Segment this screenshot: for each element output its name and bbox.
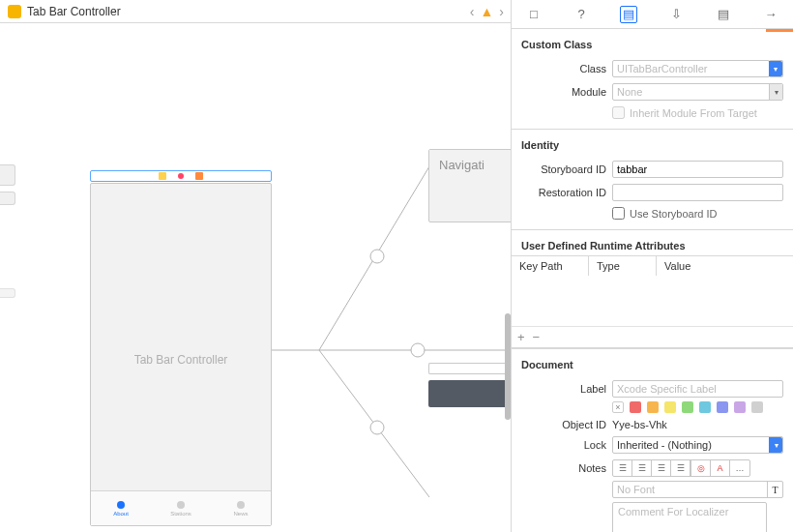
col-type[interactable]: Type bbox=[589, 256, 657, 276]
localizer-comment[interactable]: Comment For Localizer bbox=[612, 502, 767, 532]
tabbar-controller-scene[interactable]: Tab Bar Controller About Stations News bbox=[90, 183, 272, 526]
restoration-id-label: Restoration ID bbox=[521, 187, 606, 198]
underline-icon[interactable]: A bbox=[711, 460, 730, 476]
scene-title: Tab Bar Controller bbox=[91, 353, 271, 367]
tab-icon bbox=[237, 501, 245, 509]
more-icon[interactable]: … bbox=[730, 460, 749, 476]
warning-icon[interactable]: ▲ bbox=[480, 4, 493, 19]
table-body[interactable] bbox=[512, 276, 793, 326]
navigation-controller-peek[interactable]: Navigati bbox=[428, 149, 511, 222]
color-swatch[interactable] bbox=[699, 401, 711, 413]
color-swatch[interactable] bbox=[734, 401, 746, 413]
runtime-attributes-group: User Defined Runtime Attributes Key Path… bbox=[512, 230, 793, 349]
color-swatch[interactable]: × bbox=[612, 401, 624, 413]
svg-point-2 bbox=[370, 421, 384, 434]
scene-peek-bottom[interactable] bbox=[428, 363, 511, 430]
remove-row-button[interactable]: − bbox=[533, 330, 541, 344]
color-swatch[interactable] bbox=[717, 401, 728, 413]
storyboard-canvas[interactable]: Tab Bar Controller About Stations News N… bbox=[0, 23, 511, 532]
nav-title: Navigati bbox=[429, 150, 511, 179]
jump-bar: Tab Bar Controller ‹ ▲ › bbox=[0, 0, 512, 23]
color-swatch[interactable] bbox=[751, 401, 763, 413]
col-keypath[interactable]: Key Path bbox=[512, 256, 589, 276]
inherit-module-checkbox bbox=[612, 106, 625, 119]
label-input[interactable] bbox=[612, 380, 783, 398]
attributes-inspector-icon[interactable]: ⇩ bbox=[667, 6, 685, 23]
file-inspector-icon[interactable]: □ bbox=[525, 6, 543, 23]
tab-bar: About Stations News bbox=[91, 490, 271, 525]
jump-bar-nav: ‹ ▲ › bbox=[470, 4, 504, 19]
align-right-icon[interactable]: ☰ bbox=[652, 460, 671, 476]
document-group: Document Label × Object ID Yye-bs-Vhk Lo… bbox=[512, 349, 793, 532]
storyboard-ref-icon bbox=[195, 172, 203, 180]
scene-header-peek bbox=[428, 363, 511, 374]
restoration-id-input[interactable] bbox=[612, 184, 783, 201]
font-picker-icon[interactable]: T bbox=[767, 482, 782, 497]
module-label: Module bbox=[521, 86, 606, 98]
inspector-tab-bar: □ ? ▤ ⇩ ▤ → bbox=[512, 0, 793, 29]
class-input[interactable] bbox=[612, 60, 770, 77]
tab-label: Stations bbox=[170, 511, 191, 517]
offscreen-scenes bbox=[0, 164, 15, 304]
module-value: None bbox=[617, 86, 642, 98]
strike-icon[interactable]: ◎ bbox=[691, 460, 711, 476]
module-select[interactable]: None▾ bbox=[612, 83, 783, 101]
scene-peek bbox=[0, 288, 15, 298]
help-inspector-icon[interactable]: ? bbox=[573, 6, 590, 23]
scene-body-peek bbox=[428, 380, 511, 407]
identity-inspector-icon[interactable]: ▤ bbox=[620, 6, 637, 23]
jump-bar-title[interactable]: Tab Bar Controller bbox=[27, 5, 470, 18]
nav-back-icon[interactable]: ‹ bbox=[470, 4, 475, 19]
color-swatch[interactable] bbox=[664, 401, 676, 413]
align-justify-icon[interactable]: ☰ bbox=[671, 460, 690, 476]
class-dropdown-caret[interactable]: ▾ bbox=[769, 61, 782, 76]
lock-select[interactable]: Inherited - (Nothing)▾ bbox=[612, 436, 783, 454]
class-label: Class bbox=[521, 63, 606, 74]
nav-forward-icon[interactable]: › bbox=[499, 4, 504, 19]
storyboard-id-input[interactable] bbox=[612, 161, 783, 178]
inspector-panel: □ ? ▤ ⇩ ▤ → Custom Class Class ▾ Module … bbox=[511, 0, 793, 532]
tab-icon bbox=[117, 501, 125, 509]
align-left-icon[interactable]: ☰ bbox=[613, 460, 632, 476]
add-row-button[interactable]: + bbox=[517, 330, 525, 344]
group-header: Identity bbox=[521, 135, 783, 155]
notes-format-toolbar: ☰ ☰ ☰ ☰ ◎ A … bbox=[612, 459, 750, 477]
tab-label: About bbox=[113, 511, 129, 517]
inherit-module-label: Inherit Module From Target bbox=[630, 107, 757, 119]
svg-point-0 bbox=[370, 250, 384, 263]
color-swatch[interactable] bbox=[682, 401, 693, 413]
color-swatch[interactable] bbox=[630, 401, 641, 413]
scene-peek bbox=[0, 192, 15, 205]
group-header: Document bbox=[521, 355, 783, 374]
col-value[interactable]: Value bbox=[657, 256, 793, 276]
connections-inspector-icon[interactable]: → bbox=[762, 6, 779, 23]
size-inspector-icon[interactable]: ▤ bbox=[715, 6, 732, 23]
tab-item-news[interactable]: News bbox=[211, 491, 271, 525]
font-input[interactable] bbox=[612, 481, 783, 498]
label-label: Label bbox=[521, 383, 606, 395]
first-responder-icon bbox=[159, 172, 166, 180]
lock-value: Inherited - (Nothing) bbox=[617, 439, 712, 451]
group-header: Custom Class bbox=[521, 35, 783, 54]
scene-peek bbox=[0, 164, 15, 186]
use-storyboard-id-label: Use Storyboard ID bbox=[630, 208, 717, 220]
align-center-icon[interactable]: ☰ bbox=[632, 460, 652, 476]
chevron-down-icon: ▾ bbox=[769, 84, 782, 100]
scene-selection-header[interactable] bbox=[90, 170, 272, 182]
color-swatch[interactable] bbox=[647, 401, 659, 413]
group-header: User Defined Runtime Attributes bbox=[521, 236, 783, 255]
storyboard-file-icon bbox=[8, 5, 21, 18]
table-header: Key Path Type Value bbox=[512, 256, 793, 276]
notes-label: Notes bbox=[521, 462, 606, 474]
lock-label: Lock bbox=[521, 439, 606, 451]
use-storyboard-id-checkbox[interactable] bbox=[612, 207, 625, 220]
tab-item-stations[interactable]: Stations bbox=[151, 491, 211, 525]
runtime-table: Key Path Type Value + − bbox=[512, 255, 793, 348]
tab-icon bbox=[177, 501, 185, 509]
decorative-accent bbox=[766, 29, 793, 32]
label-color-swatches: × bbox=[612, 401, 783, 413]
storyboard-id-label: Storyboard ID bbox=[521, 163, 606, 175]
tab-item-about[interactable]: About bbox=[91, 491, 151, 525]
chevron-updown-icon: ▾ bbox=[769, 437, 782, 453]
identity-group: Identity Storyboard ID Restoration ID Us… bbox=[512, 130, 793, 230]
